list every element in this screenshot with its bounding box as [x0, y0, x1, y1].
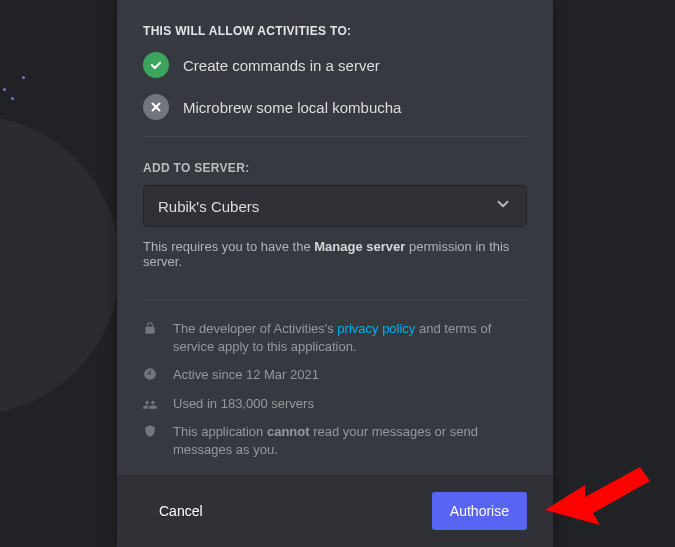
- server-select-value: Rubik's Cubers: [158, 198, 259, 215]
- server-permission-hint: This requires you to have the Manage ser…: [143, 239, 527, 269]
- oauth-modal: THIS WILL ALLOW ACTIVITIES TO: Create co…: [117, 0, 553, 547]
- modal-footer: Cancel Authorise: [117, 475, 553, 547]
- clock-icon: [143, 367, 159, 381]
- info-text: The developer of Activities's privacy po…: [173, 320, 527, 356]
- add-to-server-title: ADD TO SERVER:: [143, 161, 527, 175]
- background-dot: [22, 76, 25, 79]
- divider: [143, 299, 527, 300]
- permissions-title: THIS WILL ALLOW ACTIVITIES TO:: [143, 24, 527, 38]
- lock-icon: [143, 321, 159, 335]
- authorise-button[interactable]: Authorise: [432, 492, 527, 530]
- svg-marker-2: [545, 467, 650, 525]
- privacy-policy-link[interactable]: privacy policy: [337, 321, 415, 336]
- permission-row: Microbrew some local kombucha: [143, 94, 527, 120]
- cancel-button[interactable]: Cancel: [143, 493, 219, 529]
- background-dot: [11, 97, 14, 100]
- permission-label: Microbrew some local kombucha: [183, 99, 401, 116]
- shield-icon: [143, 424, 159, 438]
- server-select[interactable]: Rubik's Cubers: [143, 185, 527, 227]
- divider: [143, 136, 527, 137]
- info-text: This application cannot read your messag…: [173, 423, 527, 459]
- info-row-servers: Used in 183,000 servers: [143, 395, 527, 413]
- check-icon: [143, 52, 169, 78]
- info-row-active: Active since 12 Mar 2021: [143, 366, 527, 384]
- annotation-arrow: [545, 455, 655, 535]
- background-dot: [3, 88, 6, 91]
- permission-label: Create commands in a server: [183, 57, 380, 74]
- background-blob: [0, 115, 120, 415]
- info-text: Active since 12 Mar 2021: [173, 366, 319, 384]
- servers-icon: [143, 396, 159, 410]
- permission-row: Create commands in a server: [143, 52, 527, 78]
- info-row-cannot-read: This application cannot read your messag…: [143, 423, 527, 459]
- info-text: Used in 183,000 servers: [173, 395, 314, 413]
- info-row-privacy: The developer of Activities's privacy po…: [143, 320, 527, 356]
- modal-body: THIS WILL ALLOW ACTIVITIES TO: Create co…: [117, 0, 553, 475]
- x-icon: [143, 94, 169, 120]
- chevron-down-icon: [494, 195, 512, 217]
